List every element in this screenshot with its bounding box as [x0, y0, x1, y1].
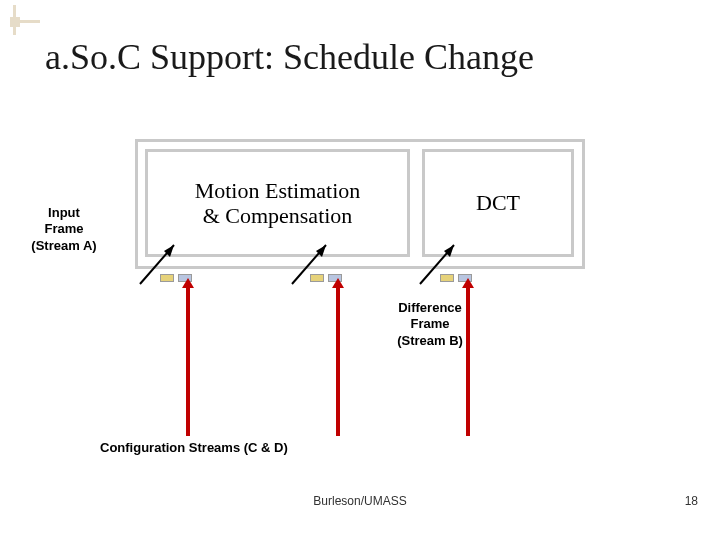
red-arrow-1 — [186, 286, 190, 436]
input-frame-label: InputFrame(Stream A) — [14, 205, 114, 254]
footer-center: Burleson/UMASS — [0, 494, 720, 508]
corner-decoration — [10, 5, 40, 35]
footer-page-number: 18 — [685, 494, 698, 508]
difference-frame-text: DifferenceFrame(Stream B) — [397, 300, 463, 348]
block-dct-label: DCT — [425, 190, 571, 215]
config-streams-label: Configuration Streams (C & D) — [100, 440, 360, 455]
block-motion-label: Motion Estimation& Compensation — [148, 178, 407, 229]
red-arrow-2 — [336, 286, 340, 436]
slide-title: a.So.C Support: Schedule Change — [45, 36, 534, 78]
input-frame-text: InputFrame(Stream A) — [31, 205, 96, 253]
difference-frame-label: DifferenceFrame(Stream B) — [360, 300, 500, 349]
diagram: Motion Estimation& Compensation DCT — [120, 139, 590, 281]
slide: a.So.C Support: Schedule Change InputFra… — [0, 0, 720, 540]
